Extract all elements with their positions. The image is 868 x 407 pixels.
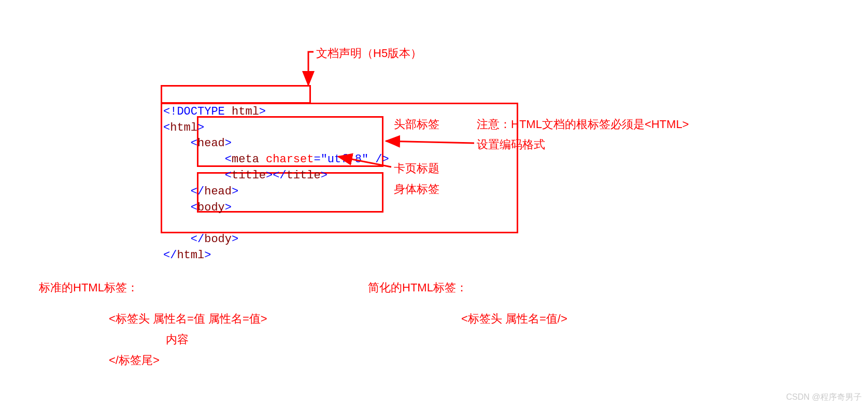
label-title: 卡页标题 — [394, 161, 439, 176]
standard-tag-title: 标准的HTML标签： — [39, 280, 138, 296]
label-charset: 设置编码格式 — [477, 137, 545, 152]
watermark: CSDN @程序奇男子 — [786, 392, 862, 403]
standard-tag-line2: 内容 — [166, 332, 189, 347]
label-note: 注意：HTML文档的根标签必须是<HTML> — [477, 117, 689, 132]
label-body: 身体标签 — [394, 181, 439, 197]
code-block: <!DOCTYPE html> <html> <head> <meta char… — [163, 88, 389, 264]
label-head: 头部标签 — [394, 117, 439, 132]
standard-tag-line3: </标签尾> — [109, 353, 160, 368]
simple-tag-title: 简化的HTML标签： — [368, 280, 467, 296]
standard-tag-line1: <标签头 属性名=值 属性名=值> — [109, 311, 267, 327]
label-doctype: 文档声明（H5版本） — [316, 46, 422, 61]
simple-tag-line1: <标签头 属性名=值/> — [461, 311, 567, 327]
